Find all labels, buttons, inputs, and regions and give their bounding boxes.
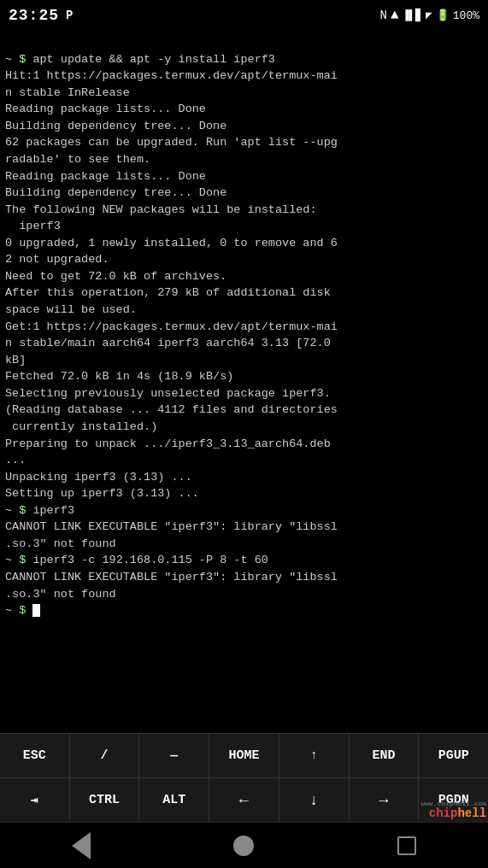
terminal-line-26: Unpacking iperf3 (3.13) ...	[5, 471, 192, 484]
key-down[interactable]: ↓	[279, 778, 350, 822]
key-dash[interactable]: —	[139, 734, 209, 777]
key-esc[interactable]: ESC	[0, 734, 70, 777]
terminal-line-25: ...	[5, 454, 26, 466]
key-pgup[interactable]: PGUP	[419, 734, 488, 777]
terminal-line-29: CANNOT LINK EXECUTABLE "iperf3": library…	[5, 520, 338, 533]
terminal-line-32: CANNOT LINK EXECUTABLE "iperf3": library…	[5, 571, 338, 584]
keyboard-row-2: ⇥ CTRL ALT ← ↓ → PGDN www.chiphell.com c…	[0, 777, 488, 822]
terminal-line-5: Building dependency tree... Done	[5, 120, 226, 132]
terminal-line-23: currently installed.)	[5, 420, 157, 433]
carrier-icon: P	[66, 9, 73, 22]
key-right[interactable]: →	[350, 778, 420, 822]
status-icons: N ▲ ▐▌▊ ◤ 🔋 100%	[380, 8, 480, 23]
time-display: 23:25	[9, 7, 59, 24]
key-up[interactable]: ↑	[279, 734, 350, 777]
terminal-line-10: The following NEW packages will be insta…	[5, 203, 317, 216]
signal-icon: ▐▌▊	[403, 9, 422, 22]
terminal-line-15: After this operation, 279 kB of addition…	[5, 286, 331, 299]
key-home[interactable]: HOME	[209, 734, 279, 777]
wifi-icon: ▲	[391, 8, 399, 23]
terminal-line-18: n stable/main aarch64 iperf3 aarch64 3.1…	[5, 337, 331, 349]
terminal-line-1: ~ $ apt update && apt -y install iperf3	[5, 53, 275, 66]
terminal-line-13: 2 not upgraded.	[5, 253, 109, 266]
terminal-line-11: iperf3	[5, 220, 61, 232]
terminal-line-7: radable' to see them.	[5, 153, 150, 166]
terminal-line-2: Hit:1 https://packages.termux.dev/apt/te…	[5, 69, 338, 82]
terminal-line-3: n stable InRelease	[5, 86, 130, 99]
status-bar: 23:25 P N ▲ ▐▌▊ ◤ 🔋 100%	[0, 0, 488, 31]
battery-icon: 🔋	[436, 9, 450, 22]
home-icon	[233, 836, 254, 856]
terminal-line-20: Fetched 72.0 kB in 4s (18.9 kB/s)	[5, 370, 233, 383]
terminal-output[interactable]: ~ $ apt update && apt -y install iperf3 …	[0, 31, 488, 733]
terminal-line-17: Get:1 https://packages.termux.dev/apt/te…	[5, 320, 338, 333]
recents-button[interactable]	[381, 829, 432, 863]
keyboard-row-1: ESC / — HOME ↑ END PGUP	[0, 733, 488, 777]
terminal-line-28: ~ $ iperf3	[5, 504, 74, 517]
terminal-line-33: .so.3" not found	[5, 588, 116, 601]
key-slash[interactable]: /	[70, 734, 140, 777]
terminal-line-6: 62 packages can be upgraded. Run 'apt li…	[5, 136, 338, 149]
nfc-icon: N	[380, 9, 387, 22]
terminal-line-4: Reading package lists... Done	[5, 103, 206, 115]
key-tab[interactable]: ⇥	[0, 778, 70, 822]
home-button[interactable]	[218, 829, 269, 863]
terminal-line-31: ~ $ iperf3 -c 192.168.0.115 -P 8 -t 60	[5, 554, 268, 566]
terminal-line-30: .so.3" not found	[5, 537, 116, 550]
key-ctrl[interactable]: CTRL	[70, 778, 140, 822]
recents-icon	[397, 836, 416, 855]
terminal-line-9: Building dependency tree... Done	[5, 186, 226, 199]
terminal-line-12: 0 upgraded, 1 newly installed, 0 to remo…	[5, 237, 338, 249]
terminal-line-22: (Reading database ... 4112 files and dir…	[5, 403, 338, 416]
terminal-line-14: Need to get 72.0 kB of archives.	[5, 270, 226, 283]
key-end[interactable]: END	[350, 734, 420, 777]
sim-icon: ◤	[426, 9, 432, 22]
terminal-line-8: Reading package lists... Done	[5, 170, 206, 183]
terminal-line-21: Selecting previously unselected package …	[5, 387, 331, 400]
terminal-line-27: Setting up iperf3 (3.13) ...	[5, 487, 199, 500]
key-left[interactable]: ←	[209, 778, 279, 822]
terminal-line-24: Preparing to unpack .../iperf3_3.13_aarc…	[5, 437, 331, 450]
chiphell-logo: chiphell	[429, 806, 486, 820]
key-pgdn[interactable]: PGDN www.chiphell.com chiphell	[419, 778, 488, 822]
terminal-line-34: ~ $	[5, 604, 40, 617]
back-button[interactable]	[56, 829, 107, 863]
navigation-bar	[0, 822, 488, 868]
back-icon	[72, 832, 91, 859]
terminal-line-16: space will be used.	[5, 303, 137, 316]
battery-level: 100%	[453, 9, 479, 22]
key-alt[interactable]: ALT	[139, 778, 209, 822]
terminal-line-19: kB]	[5, 354, 26, 367]
